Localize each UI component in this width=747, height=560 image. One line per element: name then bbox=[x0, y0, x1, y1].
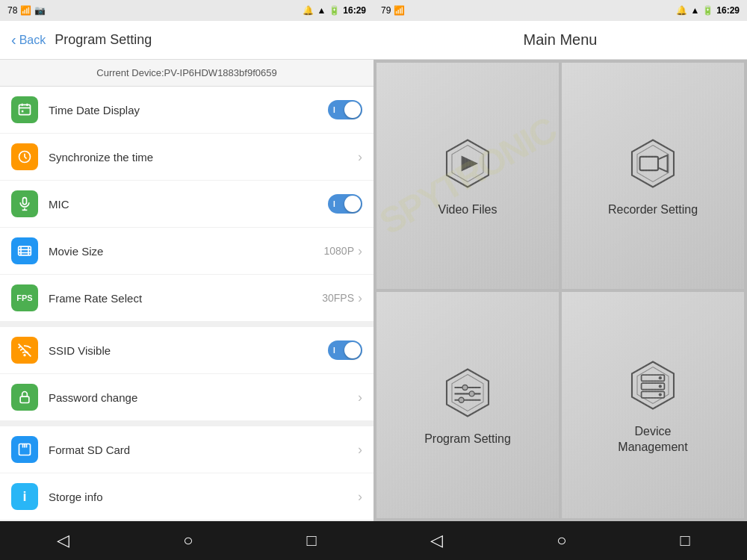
right-battery-icon: 🔋 bbox=[702, 5, 713, 16]
mic-item[interactable]: MIC I bbox=[0, 181, 374, 228]
settings-group-3: Format SD Card › i Storge info › bbox=[0, 426, 374, 520]
svg-marker-20 bbox=[637, 146, 669, 182]
sync-time-item[interactable]: Synchronize the time › bbox=[0, 134, 374, 181]
svg-rect-9 bbox=[19, 246, 31, 255]
toggle-on-label: I bbox=[333, 106, 335, 114]
film-icon bbox=[11, 237, 38, 264]
svg-rect-12 bbox=[20, 396, 29, 402]
left-time: 16:29 bbox=[343, 5, 366, 16]
back-button[interactable]: ‹ Back bbox=[11, 31, 46, 49]
password-label: Password change bbox=[49, 391, 358, 404]
left-recent-nav[interactable]: □ bbox=[307, 531, 317, 550]
right-wifi-icon: ▲ bbox=[690, 5, 699, 16]
mic-toggle[interactable]: I bbox=[328, 194, 362, 214]
left-status-bar: 78 📶 📷 🔔 ▲ 🔋 16:29 bbox=[0, 0, 374, 21]
svg-rect-0 bbox=[19, 105, 31, 114]
mic-toggle-label: I bbox=[333, 200, 335, 208]
device-bar: Current Device:PV-IP6HDW1883bf9f0659 bbox=[0, 60, 374, 87]
svg-rect-33 bbox=[642, 375, 665, 381]
right-alarm-icon: 🔔 bbox=[676, 5, 687, 16]
svg-point-29 bbox=[469, 391, 474, 396]
svg-point-36 bbox=[659, 376, 662, 379]
ssid-toggle-label: I bbox=[333, 346, 335, 355]
right-signal-icon: 📶 bbox=[394, 5, 405, 16]
left-status-num: 78 bbox=[7, 5, 17, 16]
program-label: Program Setting bbox=[424, 432, 511, 447]
format-sd-item[interactable]: Format SD Card › bbox=[0, 426, 374, 473]
frame-rate-item[interactable]: FPS Frame Rate Select 30FPS › bbox=[0, 275, 374, 321]
svg-point-11 bbox=[24, 355, 25, 356]
device-label: Current Device:PV-IP6HDW1883bf9f0659 bbox=[96, 67, 276, 78]
recorder-hex-icon bbox=[627, 137, 679, 190]
watermark: SPYTRONIC bbox=[376, 109, 559, 243]
mic-label: MIC bbox=[49, 198, 328, 211]
left-alarm-icon: 🔔 bbox=[303, 5, 314, 16]
frame-rate-chevron: › bbox=[358, 290, 362, 306]
time-date-toggle[interactable]: I bbox=[328, 100, 362, 119]
device-label: DeviceManagement bbox=[618, 424, 687, 455]
left-home-nav[interactable]: ○ bbox=[183, 531, 193, 550]
svg-rect-35 bbox=[642, 391, 665, 397]
svg-marker-31 bbox=[632, 361, 674, 408]
device-management-cell[interactable]: DeviceManagement bbox=[562, 292, 744, 518]
svg-marker-22 bbox=[658, 155, 668, 172]
movie-size-item[interactable]: Movie Size 1080P › bbox=[0, 228, 374, 275]
recorder-setting-cell[interactable]: Recorder Setting bbox=[562, 63, 744, 289]
frame-rate-value: 30FPS bbox=[322, 292, 354, 304]
left-wifi-icon: ▲ bbox=[317, 5, 326, 16]
fps-icon: FPS bbox=[11, 284, 38, 311]
device-icon-wrapper bbox=[623, 355, 683, 415]
info-icon: i bbox=[11, 483, 38, 510]
left-status-icons: 78 📶 📷 bbox=[7, 5, 46, 16]
settings-list: Time Date Display I Synchronize the time… bbox=[0, 87, 374, 521]
settings-group-1: Time Date Display I Synchronize the time… bbox=[0, 87, 374, 321]
video-files-cell[interactable]: SPYTRONIC Video Files bbox=[376, 63, 559, 289]
right-status-bar: 79 📶 🔔 ▲ 🔋 16:29 bbox=[374, 0, 747, 21]
svg-marker-17 bbox=[452, 146, 483, 182]
storage-item[interactable]: i Storge info › bbox=[0, 473, 374, 520]
svg-rect-4 bbox=[22, 111, 23, 113]
recorder-label: Recorder Setting bbox=[608, 202, 698, 218]
device-hex-icon bbox=[627, 359, 679, 411]
right-home-nav[interactable]: ○ bbox=[557, 531, 566, 550]
left-battery-icon: 🔋 bbox=[329, 5, 340, 16]
left-nav-bar: ◁ ○ □ bbox=[0, 521, 374, 560]
movie-size-chevron: › bbox=[358, 243, 362, 259]
svg-point-38 bbox=[659, 393, 662, 396]
right-status-num: 79 bbox=[381, 5, 391, 16]
settings-group-2: SSID Visible I Password change › bbox=[0, 327, 374, 420]
mic-icon bbox=[11, 190, 38, 217]
right-back-nav[interactable]: ◁ bbox=[430, 531, 443, 550]
storage-label: Storge info bbox=[49, 491, 358, 503]
sd-icon bbox=[11, 436, 38, 463]
page-title: Program Setting bbox=[55, 32, 152, 48]
storage-chevron: › bbox=[358, 489, 362, 505]
main-menu-title-bar: Main Menu bbox=[374, 21, 747, 60]
back-chevron-icon: ‹ bbox=[11, 31, 16, 49]
right-panel: 79 📶 🔔 ▲ 🔋 16:29 Main Menu SPYTRONIC Vid bbox=[374, 0, 747, 560]
right-recent-nav[interactable]: □ bbox=[681, 531, 690, 550]
program-hex-icon bbox=[441, 367, 494, 419]
svg-point-28 bbox=[462, 385, 468, 391]
format-sd-chevron: › bbox=[358, 442, 362, 458]
svg-marker-19 bbox=[632, 140, 674, 187]
right-status-right: 🔔 ▲ 🔋 16:29 bbox=[676, 5, 740, 16]
back-label[interactable]: Back bbox=[19, 34, 46, 47]
time-date-label: Time Date Display bbox=[49, 104, 328, 116]
program-setting-cell[interactable]: Program Setting bbox=[376, 292, 559, 518]
recorder-icon-wrapper bbox=[623, 134, 683, 193]
svg-marker-24 bbox=[452, 375, 483, 411]
clock-icon bbox=[11, 143, 38, 170]
time-date-item[interactable]: Time Date Display I bbox=[0, 87, 374, 134]
main-menu-title: Main Menu bbox=[524, 31, 598, 49]
password-item[interactable]: Password change › bbox=[0, 374, 374, 420]
movie-size-label: Movie Size bbox=[49, 245, 324, 258]
video-files-hex-icon bbox=[441, 137, 494, 190]
left-back-nav[interactable]: ◁ bbox=[57, 531, 69, 550]
left-panel: 78 📶 📷 🔔 ▲ 🔋 16:29 ‹ Back Program Settin… bbox=[0, 0, 374, 560]
left-status-right: 🔔 ▲ 🔋 16:29 bbox=[303, 5, 366, 16]
ssid-toggle[interactable]: I bbox=[328, 340, 362, 360]
video-files-icon-wrapper bbox=[438, 134, 498, 193]
ssid-item[interactable]: SSID Visible I bbox=[0, 327, 374, 374]
movie-size-value: 1080P bbox=[324, 245, 354, 257]
